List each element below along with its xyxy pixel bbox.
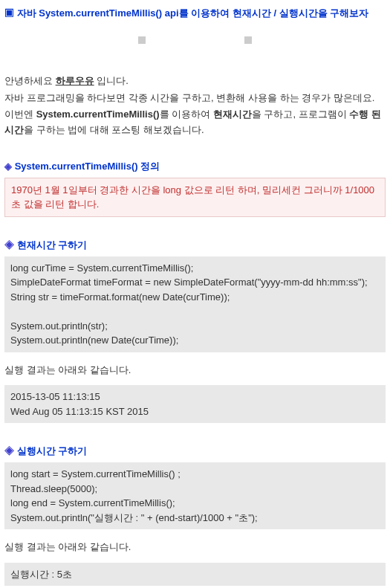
code-block-currenttime: long curTime = System.currentTimeMillis(… (4, 256, 386, 352)
section3-title: 실행시간 구하기 (17, 445, 88, 456)
diamond-icon: ◈ (4, 445, 17, 456)
author-name: 하루우유 (56, 75, 94, 86)
intro-line3: 이번엔 System.currentTimeMillis()를 이용하여 현재시… (4, 107, 386, 138)
line3-mid2: 을 구하고, 프로그램이 (252, 109, 349, 120)
intro-block: 안녕하세요 하루우유 입니다. 자바 프로그래밍을 하다보면 각종 시간을 구하… (4, 74, 386, 138)
greeting-post: 입니다. (94, 75, 129, 86)
intro-line2: 자바 프로그래밍을 하다보면 각종 시간을 구하고, 변환해 사용을 하는 경우… (4, 91, 386, 106)
result-block-exectime: 실행시간 : 5초 (4, 563, 386, 587)
next-arrow-icon[interactable] (244, 36, 252, 44)
line3-pre: 이번엔 (4, 109, 36, 120)
section-currenttime-head: ◈ 현재시간 구하기 (4, 238, 386, 253)
diamond-icon: ◈ (4, 161, 15, 172)
section1-title: System.currentTimeMillis() 정의 (15, 161, 160, 172)
line3-bold1: System.currentTimeMillis() (36, 109, 160, 120)
line3-mid1: 를 이용하여 (160, 109, 213, 120)
diamond-icon: ◈ (4, 239, 17, 251)
page-title: ▣ 자바 System.currentTimeMillis() api를 이용하… (4, 6, 386, 22)
code-block-exectime: long start = System.currentTimeMillis() … (4, 462, 386, 529)
definition-box: 1970년 1월 1일부터 경과한 시간을 long 값으로 리턴 하며, 밀리… (4, 178, 386, 217)
line3-bold2: 현재시간 (213, 109, 252, 120)
line3-post: 을 구하는 법에 대해 포스팅 해보겠습니다. (24, 124, 204, 135)
greeting-pre: 안녕하세요 (4, 75, 56, 86)
prev-arrow-icon[interactable] (138, 36, 146, 44)
section-definition-head: ◈ System.currentTimeMillis() 정의 (4, 159, 386, 175)
intro-greeting: 안녕하세요 하루우유 입니다. (4, 74, 386, 89)
result-label-1: 실행 결과는 아래와 같습니다. (4, 363, 386, 378)
section2-title: 현재시간 구하기 (17, 239, 88, 251)
section-exectime-head: ◈ 실행시간 구하기 (4, 444, 386, 459)
result-label-2: 실행 결과는 아래와 같습니다. (4, 540, 386, 555)
nav-arrows (4, 36, 386, 44)
result-block-currenttime: 2015-13-05 11:13:15 Wed Aug 05 11:13:15 … (4, 385, 386, 423)
